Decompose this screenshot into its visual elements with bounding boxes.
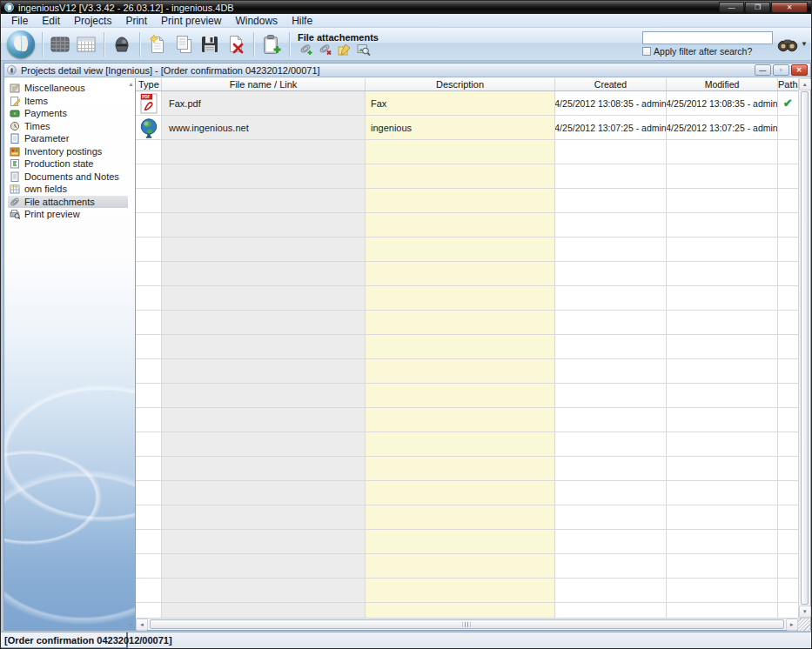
description-cell bbox=[366, 238, 555, 262]
path-cell bbox=[778, 164, 798, 189]
sidebar-item-items[interactable]: Items bbox=[8, 95, 135, 108]
attach-add-icon[interactable] bbox=[299, 43, 313, 56]
document-close-button[interactable]: ✕ bbox=[791, 64, 808, 76]
attach-remove-icon[interactable] bbox=[319, 43, 332, 56]
created-cell bbox=[555, 432, 667, 457]
table-row[interactable]: PDF bbox=[136, 505, 798, 530]
delete-document-button[interactable] bbox=[223, 31, 249, 57]
calendar-button[interactable] bbox=[73, 31, 99, 57]
sidebar-item-payments[interactable]: Payments bbox=[8, 107, 135, 120]
toolbar-separator bbox=[42, 32, 43, 57]
column-header-created[interactable]: Created bbox=[555, 78, 667, 90]
search-input[interactable] bbox=[642, 31, 773, 44]
menu-edit[interactable]: Edit bbox=[35, 14, 67, 28]
sidebar-item-file-attachments[interactable]: File attachments bbox=[8, 196, 128, 209]
sidebar-scroll-down-icon[interactable]: ▼ bbox=[128, 622, 134, 628]
scroll-up-icon[interactable]: ▲ bbox=[799, 78, 811, 90]
type-cell: PDF bbox=[136, 140, 162, 164]
sidebar-item-parameter[interactable]: Parameter bbox=[8, 132, 135, 145]
scroll-right-icon[interactable]: ► bbox=[786, 619, 798, 631]
table-row[interactable]: PDF bbox=[136, 579, 798, 603]
sidebar-item-documents-and-notes[interactable]: Documents and Notes bbox=[8, 171, 135, 184]
menu-projects[interactable]: Projects bbox=[67, 14, 118, 28]
preview-icon[interactable] bbox=[357, 43, 371, 56]
table-row[interactable]: PDF bbox=[136, 164, 798, 189]
save-button[interactable] bbox=[197, 31, 223, 57]
grid-view-button[interactable] bbox=[47, 31, 73, 57]
new-document-button[interactable] bbox=[144, 31, 171, 57]
table-row[interactable]: PDF bbox=[136, 384, 798, 408]
search-button[interactable]: ▼ bbox=[776, 37, 808, 52]
table-row[interactable]: PDF bbox=[136, 213, 798, 238]
column-header-description[interactable]: Description bbox=[366, 78, 555, 90]
table-row[interactable]: PDF bbox=[136, 359, 798, 384]
sidebar-item-miscellaneous[interactable]: Miscellaneous bbox=[8, 82, 135, 95]
sidebar-item-times[interactable]: Times bbox=[8, 120, 135, 133]
modified-cell bbox=[667, 554, 778, 579]
table-row[interactable]: PDF Fax.pdf Fax 4/25/2012 13:08:35 - adm… bbox=[136, 91, 798, 116]
table-row[interactable]: PDF bbox=[136, 189, 798, 213]
scroll-left-icon[interactable]: ◄ bbox=[136, 619, 148, 631]
document-minimize-button[interactable]: — bbox=[755, 64, 771, 76]
sidebar-item-own-fields[interactable]: own fields bbox=[8, 183, 135, 196]
sidebar-scroll-up-icon[interactable]: ▲ bbox=[128, 81, 134, 87]
table-row[interactable]: PDF www.ingenious.net ingenious 4/25/201… bbox=[136, 116, 798, 140]
column-header-file-name[interactable]: File name / Link bbox=[162, 78, 366, 90]
file-name-cell bbox=[162, 579, 366, 603]
document-title-bar[interactable]: Projects detail view [Ingenious] - [Orde… bbox=[4, 64, 810, 77]
column-header-path[interactable]: Path bbox=[778, 78, 798, 90]
print-preview-icon bbox=[10, 209, 20, 219]
horizontal-scrollbar-thumb[interactable] bbox=[150, 619, 784, 629]
maximize-button[interactable]: ❐ bbox=[745, 2, 770, 13]
table-row[interactable]: PDF bbox=[136, 481, 798, 505]
type-cell: PDF bbox=[136, 432, 162, 457]
table-row[interactable]: PDF bbox=[136, 140, 798, 164]
table-row[interactable]: PDF bbox=[136, 603, 798, 618]
table-row[interactable]: PDF bbox=[136, 262, 798, 286]
scroll-down-icon[interactable]: ▼ bbox=[799, 606, 811, 618]
helmet-button[interactable] bbox=[109, 31, 135, 57]
created-cell bbox=[555, 286, 667, 311]
menu-windows[interactable]: Windows bbox=[228, 14, 285, 28]
sidebar-item-print-preview[interactable]: Print preview bbox=[8, 208, 135, 221]
table-row[interactable]: PDF bbox=[136, 335, 798, 359]
menu-print-preview[interactable]: Print preview bbox=[154, 14, 228, 28]
vertical-scrollbar[interactable]: ▲ ▼ bbox=[798, 78, 810, 618]
column-header-type[interactable]: Type bbox=[136, 78, 162, 90]
menu-file[interactable]: File bbox=[4, 14, 35, 28]
ingenious-logo-button[interactable] bbox=[4, 29, 37, 60]
sidebar-item-inventory-postings[interactable]: Inventory postings bbox=[8, 145, 135, 158]
modified-cell bbox=[667, 384, 778, 408]
table-row[interactable]: PDF bbox=[136, 432, 798, 457]
sidebar-item-production-state[interactable]: Production state bbox=[8, 157, 135, 171]
copy-icon bbox=[174, 35, 193, 54]
new-document-icon bbox=[149, 35, 166, 54]
path-cell bbox=[778, 505, 798, 530]
apply-filter-checkbox[interactable] bbox=[642, 47, 651, 56]
table-row[interactable]: PDF bbox=[136, 457, 798, 481]
table-row[interactable]: PDF bbox=[136, 554, 798, 579]
table-row[interactable]: PDF bbox=[136, 311, 798, 335]
app-logo-icon bbox=[4, 3, 14, 12]
document-maximize-button[interactable]: ▫ bbox=[773, 64, 789, 76]
table-row[interactable]: PDF bbox=[136, 238, 798, 262]
table-row[interactable]: PDF bbox=[136, 286, 798, 311]
close-button[interactable]: ✕ bbox=[771, 2, 808, 13]
table-row[interactable]: PDF bbox=[136, 530, 798, 554]
copy-button[interactable] bbox=[171, 31, 197, 57]
resize-grip[interactable] bbox=[798, 619, 810, 631]
title-bar: ingeniousV12 [V3.3.42 - 26.03.12] - inge… bbox=[1, 1, 811, 14]
vertical-scrollbar-thumb[interactable] bbox=[801, 91, 809, 605]
globe-icon bbox=[140, 117, 158, 138]
search-dropdown-caret-icon[interactable]: ▼ bbox=[801, 40, 808, 48]
menu-hilfe[interactable]: Hilfe bbox=[285, 14, 319, 28]
path-cell bbox=[778, 530, 798, 554]
description-cell bbox=[366, 579, 555, 603]
table-row[interactable]: PDF bbox=[136, 408, 798, 432]
column-header-modified[interactable]: Modified bbox=[667, 78, 778, 90]
horizontal-scrollbar[interactable]: ◄ ► bbox=[136, 619, 798, 630]
paste-add-button[interactable] bbox=[258, 31, 285, 57]
edit-note-icon[interactable] bbox=[338, 43, 352, 56]
menu-print[interactable]: Print bbox=[118, 14, 154, 28]
minimize-button[interactable]: — bbox=[719, 2, 744, 13]
